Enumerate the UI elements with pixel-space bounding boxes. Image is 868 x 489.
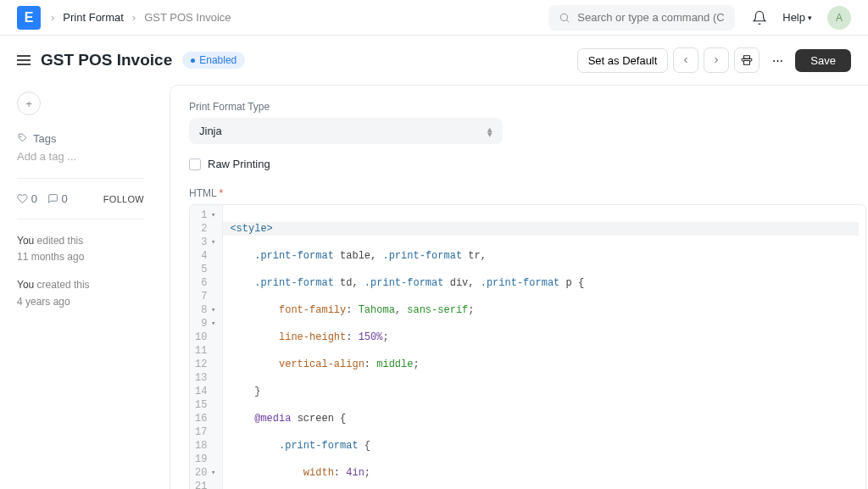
- tag-icon: [17, 133, 28, 144]
- select-chevron-icon: ▴▾: [487, 126, 492, 136]
- status-badge: Enabled: [182, 52, 245, 69]
- logo[interactable]: E: [17, 6, 41, 30]
- add-tag-input[interactable]: Add a tag ...: [17, 150, 144, 163]
- search-icon: [559, 12, 570, 24]
- svg-point-4: [20, 136, 21, 137]
- svg-rect-3: [744, 61, 750, 65]
- chevron-right-icon: ›: [51, 11, 54, 24]
- breadcrumb-l2: GST POS Invoice: [144, 11, 231, 24]
- prev-button[interactable]: [673, 47, 698, 73]
- help-label: Help: [782, 11, 805, 24]
- likes-count[interactable]: 0: [17, 192, 37, 205]
- menu-icon[interactable]: [17, 55, 31, 65]
- avatar[interactable]: A: [827, 6, 851, 30]
- comment-icon: [47, 193, 58, 204]
- edit-meta: You edited this 11 months ago: [17, 233, 144, 265]
- comments-count[interactable]: 0: [47, 192, 68, 205]
- html-label: HTML *: [189, 187, 866, 199]
- follow-button[interactable]: FOLLOW: [103, 194, 144, 204]
- code-content[interactable]: <style> .print-format table, .print-form…: [223, 205, 865, 489]
- type-select[interactable]: Jinja ▴▾: [189, 118, 503, 144]
- breadcrumb: › Print Format › GST POS Invoice: [51, 11, 231, 24]
- svg-point-0: [561, 14, 568, 20]
- save-button[interactable]: Save: [795, 49, 851, 72]
- page-title: GST POS Invoice: [41, 51, 172, 69]
- create-meta: You created this 4 years ago: [17, 277, 144, 309]
- set-default-button[interactable]: Set as Default: [577, 48, 669, 73]
- breadcrumb-l1[interactable]: Print Format: [63, 11, 124, 24]
- type-label: Print Format Type: [189, 101, 866, 113]
- svg-rect-2: [744, 56, 750, 59]
- chevron-down-icon: ▾: [808, 14, 812, 22]
- more-button[interactable]: ⋯: [765, 47, 790, 73]
- type-value: Jinja: [199, 125, 222, 137]
- help-dropdown[interactable]: Help ▾: [782, 11, 812, 24]
- tags-label: Tags: [17, 132, 144, 145]
- raw-printing-label: Raw Printing: [208, 158, 270, 170]
- next-button[interactable]: [704, 47, 729, 73]
- heart-icon: [17, 193, 28, 204]
- search-field[interactable]: [577, 11, 725, 24]
- add-button[interactable]: +: [17, 92, 41, 115]
- html-editor[interactable]: 1▾23▾45678▾9▾1011121314151617181920▾2122…: [189, 204, 866, 489]
- raw-printing-checkbox[interactable]: [189, 158, 201, 170]
- bell-icon[interactable]: [752, 10, 767, 25]
- chevron-right-icon: ›: [132, 11, 136, 24]
- line-gutter: 1▾23▾45678▾9▾1011121314151617181920▾2122…: [190, 205, 223, 489]
- print-button[interactable]: [734, 47, 760, 73]
- svg-line-1: [567, 19, 570, 22]
- search-input[interactable]: [548, 5, 735, 31]
